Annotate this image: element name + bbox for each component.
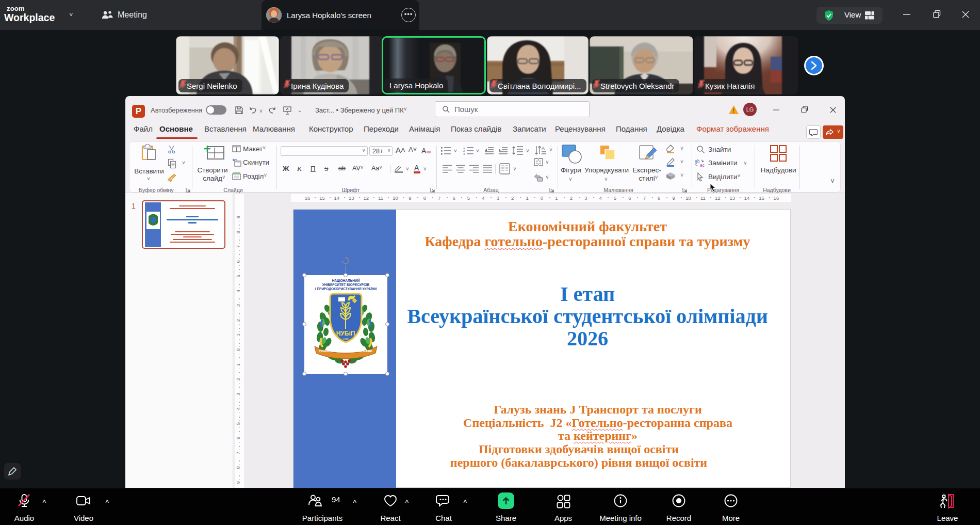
svg-text:A: A bbox=[421, 147, 427, 155]
svg-text:1898: 1898 bbox=[342, 338, 348, 341]
svg-text:TRADERE PROGREDI PROSPICERE: TRADERE PROGREDI PROSPICERE bbox=[319, 349, 372, 353]
svg-text:3: 3 bbox=[463, 152, 465, 155]
svg-text:ab: ab bbox=[695, 158, 700, 164]
svg-text:ac: ac bbox=[700, 163, 705, 168]
svg-text:НУБіП: НУБіП bbox=[336, 330, 355, 337]
svg-text:A: A bbox=[542, 146, 545, 151]
